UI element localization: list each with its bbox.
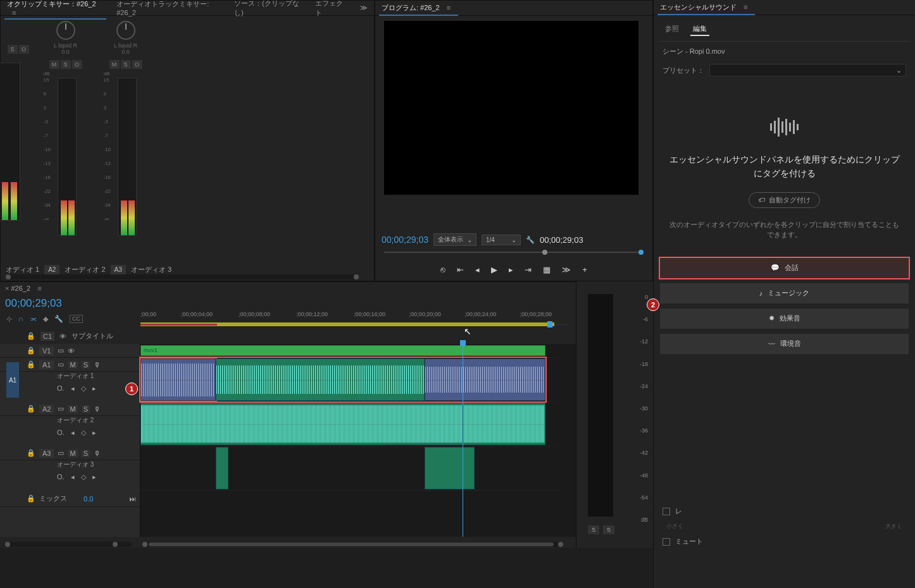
loudness-checkbox[interactable] (663, 508, 670, 515)
mark-out-icon[interactable]: ⇥ (525, 265, 532, 274)
work-area-end[interactable] (547, 321, 552, 328)
scroll-thumb[interactable] (149, 542, 554, 546)
video-clip[interactable]: mov1 (140, 345, 545, 356)
type-sfx-button[interactable]: ✸ 効果音 (660, 309, 909, 329)
es-tab-browse[interactable]: 参照 (663, 23, 682, 36)
step-forward-icon[interactable]: ▸ (509, 265, 513, 274)
es-tab-edit[interactable]: 編集 (690, 23, 709, 36)
marker-icon[interactable]: ◆ (43, 315, 48, 323)
wrench-icon[interactable]: 🔧 (526, 236, 535, 244)
solo-left-button[interactable]: S (588, 525, 599, 534)
solo-button[interactable]: S (61, 60, 71, 69)
program-monitor[interactable] (384, 21, 638, 195)
audio-clip[interactable] (425, 447, 475, 489)
snap-icon[interactable]: ⊹ (6, 315, 12, 323)
type-dialogue-button[interactable]: 💬 会話 (660, 258, 909, 278)
solo-button[interactable]: S (121, 60, 131, 69)
lift-icon[interactable]: ▦ (543, 265, 551, 274)
solo-right-button[interactable]: S (603, 525, 614, 534)
step-back-icon[interactable]: ◂ (475, 265, 480, 274)
pan-knob[interactable] (56, 21, 75, 40)
program-scrubber[interactable] (384, 249, 644, 255)
magnet-icon[interactable]: ∩ (18, 315, 23, 323)
solo-button[interactable]: S (82, 405, 90, 413)
record-button[interactable]: O (132, 60, 142, 69)
scroll-knob[interactable] (354, 274, 359, 279)
mute-button[interactable]: M (49, 60, 59, 69)
keyframe-add-icon[interactable]: ◇ (81, 384, 86, 393)
keyframe-prev-icon[interactable]: ◂ (71, 384, 75, 393)
fx-icon[interactable]: ▭ (58, 449, 64, 457)
add-icon[interactable]: + (582, 265, 587, 274)
hamburger-icon[interactable]: ≡ (738, 3, 752, 11)
timeline-timecode[interactable]: 00;00;29;03 (5, 297, 62, 309)
lock-icon[interactable]: 🔒 (27, 360, 35, 369)
lock-icon[interactable]: 🔒 (27, 494, 35, 503)
fx-icon[interactable]: ▭ (58, 405, 64, 413)
audio-clip[interactable] (216, 447, 228, 489)
playhead[interactable] (463, 344, 463, 537)
fx-icon[interactable]: ▭ (58, 346, 64, 355)
tabs-more[interactable]: ≫ (354, 1, 374, 15)
scroll-knob[interactable] (6, 274, 11, 279)
timeline-tab[interactable]: #26_2 (11, 285, 31, 292)
export-frame-icon[interactable]: ⎋ (440, 265, 445, 274)
pan-knob[interactable] (116, 21, 135, 40)
hamburger-icon[interactable]: ≡ (442, 4, 456, 11)
eye-icon[interactable]: 👁 (59, 333, 66, 340)
audio-clip[interactable] (425, 358, 545, 401)
c1-chip[interactable]: C1 (40, 332, 54, 341)
keyframe-prev-icon[interactable]: ◂ (71, 429, 75, 437)
mark-in-icon[interactable]: ⇤ (457, 265, 464, 274)
solo-button[interactable]: S (82, 450, 90, 457)
tab-program[interactable]: プログラム: #26_2 ≡ (375, 1, 462, 15)
voice-icon[interactable]: 🎙 (94, 361, 101, 369)
scroll-knob[interactable] (5, 542, 10, 547)
mute-button[interactable]: M (109, 60, 120, 69)
lock-icon[interactable]: 🔒 (27, 332, 35, 340)
record-button[interactable]: O (19, 45, 29, 54)
mute-button[interactable]: M (68, 361, 77, 369)
wrench-icon[interactable]: 🔧 (54, 315, 63, 323)
a1-chip[interactable]: A1 (39, 360, 54, 369)
eye-icon[interactable]: 👁 (68, 347, 75, 355)
skip-end-icon[interactable]: ⏭ (129, 495, 136, 503)
a2-chip[interactable]: A2 (39, 405, 54, 413)
resolution-dropdown[interactable]: 1/4⌄ (482, 235, 521, 245)
voice-icon[interactable]: 🎙 (94, 450, 101, 457)
voice-icon[interactable]: 🎙 (94, 405, 101, 413)
mix-value[interactable]: 0.0 (84, 495, 93, 503)
fx-icon[interactable]: ▭ (58, 360, 64, 369)
scroll-knob[interactable] (142, 542, 147, 547)
keyframe-next-icon[interactable]: ▸ (92, 384, 96, 393)
lock-icon[interactable]: 🔒 (27, 449, 35, 457)
zoom-dropdown[interactable]: 全体表示⌄ (433, 233, 476, 246)
keyframe-next-icon[interactable]: ▸ (92, 473, 96, 481)
more-icon[interactable]: ≫ (562, 265, 571, 274)
keyframe-add-icon[interactable]: ◇ (81, 429, 86, 437)
scroll-knob[interactable] (558, 542, 563, 547)
preset-dropdown[interactable]: ⌄ (709, 64, 906, 77)
timeline-ruler[interactable]: ;00;00 ;00;00;04;00 ;00;00;08;00 ;00;00;… (140, 311, 567, 325)
play-icon[interactable]: ▶ (491, 265, 497, 274)
audio-clip[interactable] (140, 403, 545, 445)
keyframe-add-icon[interactable]: ◇ (81, 473, 86, 481)
a1-source-chip[interactable]: A1 (6, 362, 19, 398)
lock-icon[interactable]: 🔒 (27, 405, 35, 413)
program-tc-left[interactable]: 00;00;29;03 (382, 235, 428, 245)
audio-clip-selected[interactable] (140, 358, 216, 401)
keyframe-prev-icon[interactable]: ◂ (71, 473, 75, 481)
record-button[interactable]: O (72, 60, 82, 69)
mute-button[interactable]: M (68, 450, 77, 457)
tab-essential-sound[interactable]: エッセンシャルサウンド ≡ (654, 0, 759, 15)
a3-chip[interactable]: A3 (39, 449, 54, 458)
type-music-button[interactable]: ♪ ミュージック (660, 283, 909, 303)
hamburger-icon[interactable]: ≡ (32, 285, 46, 292)
lock-icon[interactable]: 🔒 (27, 346, 35, 355)
solo-button[interactable]: S (82, 361, 90, 369)
audio-clip[interactable] (216, 358, 425, 401)
mute-checkbox[interactable] (663, 538, 670, 546)
mute-button[interactable]: M (68, 405, 77, 413)
type-ambience-button[interactable]: 〰 環境音 (660, 334, 909, 354)
linked-icon[interactable]: ⫘ (30, 315, 37, 323)
